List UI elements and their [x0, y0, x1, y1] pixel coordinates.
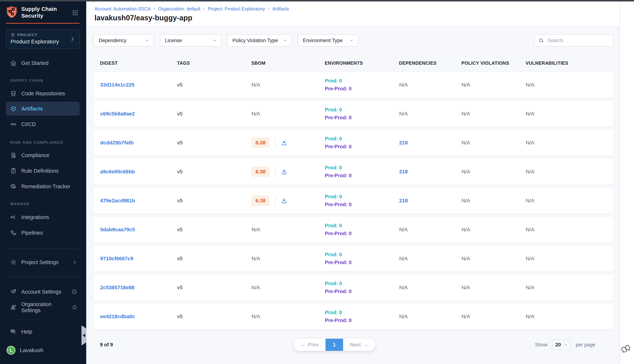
next-page-button[interactable]: Next → — [343, 339, 376, 351]
prod-count[interactable]: Prod: 0 — [325, 194, 399, 200]
dependency-filter-dropdown[interactable]: Dependency — [94, 34, 154, 46]
preprod-count[interactable]: Pre-Prod: 0 — [325, 115, 399, 120]
digest-link[interactable]: a9c6e00c66bb — [100, 169, 177, 175]
breadcrumb-account[interactable]: Account: Automation-SSCA — [95, 6, 151, 12]
prod-count[interactable]: Prod: 0 — [325, 78, 399, 84]
sidebar-item-project-settings[interactable]: Project Settings — [6, 256, 80, 269]
vulnerabilities-value: N/A — [526, 198, 607, 204]
preprod-count[interactable]: Pre-Prod: 0 — [325, 260, 399, 266]
digest-link[interactable]: 33d114e1c225 — [100, 82, 177, 88]
sidebar-item-help[interactable]: ? Help — [6, 325, 80, 338]
page-size-dropdown[interactable]: 20 — [552, 340, 571, 350]
page-size-control: Show 20 per page — [535, 340, 595, 350]
sidebar-item-rule-definitions[interactable]: Rule Definitions — [6, 164, 80, 177]
dependencies-link[interactable]: 218 — [399, 140, 462, 146]
download-sbom-icon[interactable] — [281, 198, 287, 204]
layers-gear-icon — [10, 289, 17, 295]
preprod-count[interactable]: Pre-Prod: 0 — [325, 231, 399, 236]
chevron-down-icon — [145, 38, 149, 43]
sbom-value: N/A — [251, 111, 260, 117]
license-filter-dropdown[interactable]: License — [160, 34, 221, 46]
sidebar-item-artifacts[interactable]: Artifacts — [6, 102, 80, 116]
chevron-down-icon — [212, 38, 217, 43]
main-content: Account: Automation-SSCA › Organization:… — [86, 2, 619, 364]
sbom-value: N/A — [251, 314, 260, 320]
prod-count[interactable]: Prod: 0 — [325, 252, 399, 258]
prod-count[interactable]: Prod: 0 — [325, 310, 399, 316]
infinity-icon — [10, 121, 17, 128]
tag-value: v5 — [177, 227, 251, 232]
page-title: lavakush07/easy-buggy-app — [95, 14, 619, 22]
breadcrumb-separator: › — [268, 6, 269, 11]
sidebar-item-get-started[interactable]: Get Started — [6, 57, 80, 70]
environment-type-filter-dropdown[interactable]: Environment Type — [298, 34, 358, 46]
breadcrumb: Account: Automation-SSCA › Organization:… — [95, 6, 619, 12]
show-label: Show — [535, 342, 548, 348]
sbom-score-badge: 6.38 — [251, 166, 270, 177]
preprod-count[interactable]: Pre-Prod: 0 — [325, 289, 399, 294]
environments-cell: Prod: 0Pre-Prod: 0 — [325, 252, 399, 266]
sidebar-item-compliance[interactable]: Compliance — [6, 149, 80, 162]
sidebar-item-cicd[interactable]: CI/CD — [6, 118, 80, 131]
environments-cell: Prod: 0Pre-Prod: 0 — [325, 165, 399, 178]
tag-value: v5 — [177, 140, 251, 146]
window-top-strip — [0, 0, 634, 2]
environments-cell: Prod: 0Pre-Prod: 0 — [325, 223, 399, 236]
column-header-sbom: SBOM — [251, 60, 325, 66]
app-grid-icon[interactable] — [72, 10, 79, 16]
digest-link[interactable]: 2c5365718e88 — [100, 285, 177, 290]
preprod-count[interactable]: Pre-Prod: 0 — [325, 86, 399, 92]
prod-count[interactable]: Prod: 0 — [325, 165, 399, 171]
digest-link[interactable]: c69c5b6a8ae2 — [100, 111, 177, 117]
sidebar-item-integrations[interactable]: Integrations — [6, 211, 80, 224]
page-number-button[interactable]: 1 — [326, 339, 343, 351]
environments-cell: Prod: 0Pre-Prod: 0 — [325, 310, 399, 323]
sidebar-item-account-settings[interactable]: Account Settings — [6, 285, 80, 298]
integrations-icon — [10, 214, 17, 220]
digest-link[interactable]: ee4218cdba0c — [100, 314, 177, 320]
section-label-risk-and-compliance: RISK AND COMPLIANCE — [10, 140, 64, 144]
breadcrumb-organization[interactable]: Organization: default — [158, 6, 200, 12]
digest-link[interactable]: dcdd29b7fafb — [100, 140, 177, 146]
breadcrumb-artifacts[interactable]: Artifacts — [272, 6, 289, 12]
policy-violations-value: N/A — [462, 314, 526, 320]
download-sbom-icon[interactable] — [281, 168, 287, 175]
divider — [275, 195, 275, 206]
sidebar-item-pipelines[interactable]: Pipelines — [6, 226, 80, 239]
search-input[interactable] — [547, 38, 609, 44]
preprod-count[interactable]: Pre-Prod: 0 — [325, 144, 399, 150]
prod-count[interactable]: Prod: 0 — [325, 281, 399, 286]
info-icon — [72, 289, 77, 294]
preprod-count[interactable]: Pre-Prod: 0 — [325, 173, 399, 178]
digest-link[interactable]: 9710cf6667c9 — [100, 256, 177, 262]
user-menu[interactable]: L Lavakush — [7, 346, 43, 355]
digest-link[interactable]: 5dab9caa79c5 — [100, 227, 177, 232]
project-label: PROJECT — [17, 33, 38, 37]
prod-count[interactable]: Prod: 0 — [325, 107, 399, 113]
vulnerabilities-value: N/A — [526, 111, 607, 117]
vulnerabilities-value: N/A — [526, 314, 607, 320]
breadcrumb-project[interactable]: Project: Product Exploratory — [208, 6, 265, 12]
sidebar-collapse-handle[interactable] — [82, 325, 86, 346]
sidebar-item-remediation-tracker[interactable]: Remediation Tracker — [6, 180, 80, 193]
chat-bubbles-icon[interactable] — [621, 344, 631, 354]
sbom-score-badge: 6.38 — [251, 196, 270, 206]
vulnerabilities-value: N/A — [526, 82, 607, 88]
dependencies-link[interactable]: 218 — [399, 198, 462, 204]
prev-page-button[interactable]: ← Prev — [293, 339, 326, 351]
project-selector[interactable]: PROJECT Product Exploratory — [6, 29, 80, 49]
arrow-right-icon: → — [363, 342, 368, 348]
prod-count[interactable]: Prod: 0 — [325, 136, 399, 142]
sidebar-item-code-repositories[interactable]: Code Repositories — [6, 87, 80, 100]
preprod-count[interactable]: Pre-Prod: 0 — [325, 202, 399, 208]
clipboard-check-icon — [10, 168, 17, 174]
dependencies-link[interactable]: 218 — [399, 169, 462, 175]
table-row: c69c5b6a8ae2v5N/AProd: 0Pre-Prod: 0N/AN/… — [94, 100, 614, 127]
sbom-cell: N/A — [251, 285, 325, 290]
download-sbom-icon[interactable] — [281, 140, 287, 146]
sidebar-item-organization-settings[interactable]: Organization Settings — [6, 301, 80, 314]
policy-violation-type-filter-dropdown[interactable]: Policy Violation Type — [227, 34, 292, 46]
prod-count[interactable]: Prod: 0 — [325, 223, 399, 228]
preprod-count[interactable]: Pre-Prod: 0 — [325, 318, 399, 323]
digest-link[interactable]: 479e2acd981b — [100, 198, 177, 204]
